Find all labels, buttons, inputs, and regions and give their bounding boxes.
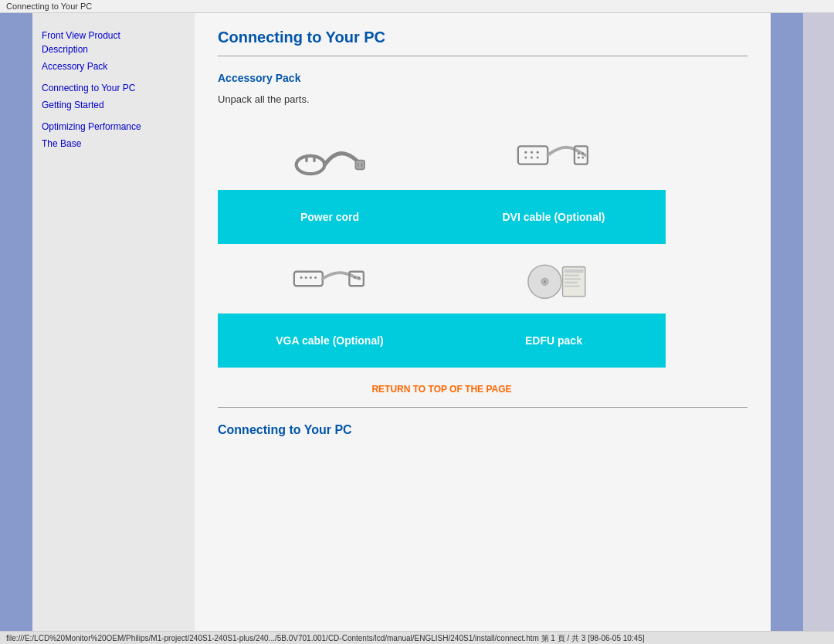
svg-point-24 [354, 276, 356, 279]
return-link-container: RETURN TO TOP OF THE PAGE [218, 383, 666, 395]
svg-rect-30 [564, 269, 584, 273]
window-title: Connecting to Your PC [6, 2, 92, 11]
sidebar-item-getting-started[interactable]: Getting Started [42, 98, 185, 112]
svg-rect-33 [564, 282, 578, 283]
edfu-pack-label[interactable]: EDFU pack [442, 314, 666, 368]
vga-cable-image [283, 244, 376, 314]
dvi-cable-icon [515, 128, 592, 182]
far-right [803, 13, 834, 631]
dvi-cable-cell: DVI cable (Optional) [442, 120, 666, 244]
svg-point-8 [531, 151, 533, 154]
svg-point-19 [300, 276, 303, 279]
vga-cable-icon [291, 252, 368, 306]
power-cord-label[interactable]: Power cord [218, 190, 442, 244]
vga-cable-label[interactable]: VGA cable (Optional) [218, 314, 442, 368]
bottom-section-title: Connecting to Your PC [218, 423, 748, 437]
svg-rect-5 [361, 163, 363, 167]
svg-point-28 [544, 280, 546, 283]
svg-rect-3 [355, 161, 364, 170]
svg-point-15 [581, 152, 584, 154]
edfu-pack-image [507, 244, 600, 314]
edfu-pack-icon [515, 252, 592, 306]
svg-rect-32 [564, 278, 581, 280]
svg-rect-2 [313, 156, 315, 162]
svg-point-7 [524, 151, 527, 154]
status-bar: file:///E:/LCD%20Monitor%20OEM/Philips/M… [0, 631, 834, 644]
svg-rect-18 [294, 272, 323, 286]
svg-point-14 [578, 152, 580, 154]
page-title: Connecting to Your PC [218, 29, 748, 46]
svg-point-9 [537, 151, 539, 154]
dvi-cable-label[interactable]: DVI cable (Optional) [442, 190, 666, 244]
svg-point-0 [297, 156, 325, 174]
power-cord-image [283, 120, 376, 190]
power-cord-cell: Power cord [218, 120, 442, 244]
sidebar-item-connecting[interactable]: Connecting to Your PC [42, 81, 185, 95]
svg-rect-6 [518, 146, 548, 164]
svg-point-20 [305, 276, 307, 279]
left-accent [0, 13, 32, 631]
top-divider [218, 56, 748, 56]
svg-point-12 [537, 157, 539, 159]
svg-rect-34 [564, 285, 580, 286]
svg-point-21 [310, 276, 312, 279]
status-text: file:///E:/LCD%20Monitor%20OEM/Philips/M… [6, 634, 645, 642]
accessory-subtitle: Unpack all the parts. [218, 93, 748, 105]
svg-point-10 [524, 157, 527, 159]
bottom-divider [218, 407, 748, 408]
svg-point-11 [531, 157, 533, 159]
sidebar-item-front-view[interactable]: Front View ProductDescription [42, 29, 185, 56]
return-to-top-link[interactable]: RETURN TO TOP OF THE PAGE [371, 384, 511, 395]
accessory-section-title: Accessory Pack [218, 72, 748, 84]
sidebar-item-accessory-pack[interactable]: Accessory Pack [42, 59, 185, 73]
vga-cable-cell: VGA cable (Optional) [218, 244, 442, 368]
svg-rect-1 [305, 156, 307, 162]
svg-rect-4 [358, 163, 359, 167]
svg-point-22 [314, 276, 317, 279]
edfu-pack-cell: EDFU pack [442, 244, 666, 368]
svg-point-16 [578, 157, 580, 159]
title-bar: Connecting to Your PC [0, 0, 834, 13]
sidebar-item-optimizing[interactable]: Optimizing Performance [42, 120, 185, 134]
svg-point-25 [358, 276, 360, 279]
sidebar: Front View ProductDescription Accessory … [32, 13, 195, 631]
main-content: Connecting to Your PC Accessory Pack Unp… [195, 13, 771, 631]
right-accent [771, 13, 803, 631]
power-cord-icon [291, 128, 368, 182]
dvi-cable-image [507, 120, 600, 190]
svg-rect-31 [564, 275, 579, 276]
sidebar-item-base[interactable]: The Base [42, 137, 185, 151]
accessory-grid: Power cord [218, 120, 666, 368]
svg-point-17 [581, 157, 584, 159]
